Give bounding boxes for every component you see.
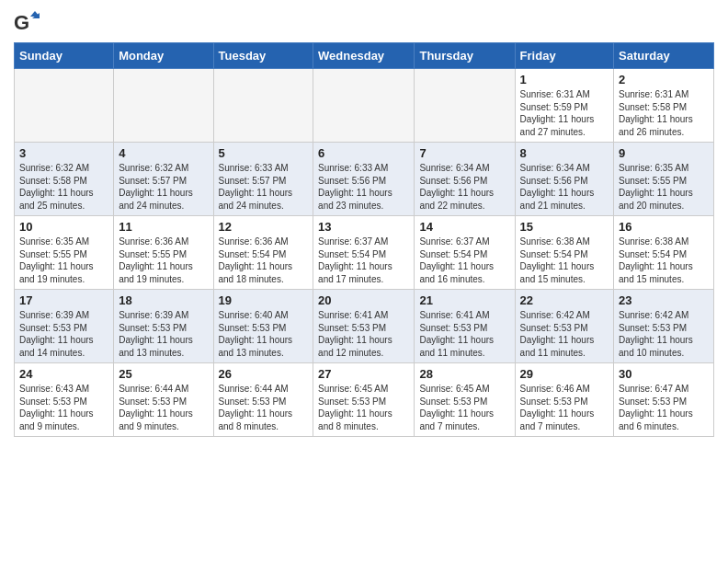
- weekday-header-wednesday: Wednesday: [313, 43, 415, 69]
- day-detail: Sunrise: 6:35 AM Sunset: 5:55 PM Dayligh…: [619, 162, 709, 212]
- header: G: [14, 9, 714, 35]
- calendar-cell: 3Sunrise: 6:32 AM Sunset: 5:58 PM Daylig…: [15, 143, 114, 216]
- calendar-cell: 20Sunrise: 6:41 AM Sunset: 5:53 PM Dayli…: [313, 290, 415, 363]
- day-detail: Sunrise: 6:33 AM Sunset: 5:57 PM Dayligh…: [219, 162, 309, 212]
- calendar: SundayMondayTuesdayWednesdayThursdayFrid…: [14, 42, 714, 437]
- calendar-cell: 11Sunrise: 6:36 AM Sunset: 5:55 PM Dayli…: [114, 216, 213, 290]
- day-number: 8: [520, 146, 609, 160]
- calendar-cell: 10Sunrise: 6:35 AM Sunset: 5:55 PM Dayli…: [15, 216, 114, 290]
- day-number: 30: [619, 367, 709, 381]
- calendar-cell: [313, 69, 415, 143]
- weekday-row: SundayMondayTuesdayWednesdayThursdayFrid…: [15, 43, 714, 69]
- day-detail: Sunrise: 6:39 AM Sunset: 5:53 PM Dayligh…: [19, 309, 108, 359]
- day-detail: Sunrise: 6:33 AM Sunset: 5:56 PM Dayligh…: [318, 162, 409, 212]
- calendar-week-1: 3Sunrise: 6:32 AM Sunset: 5:58 PM Daylig…: [15, 143, 714, 216]
- calendar-cell: 25Sunrise: 6:44 AM Sunset: 5:53 PM Dayli…: [114, 363, 213, 437]
- day-number: 16: [619, 220, 709, 234]
- day-number: 12: [219, 220, 309, 234]
- calendar-cell: 19Sunrise: 6:40 AM Sunset: 5:53 PM Dayli…: [213, 290, 313, 363]
- day-detail: Sunrise: 6:41 AM Sunset: 5:53 PM Dayligh…: [419, 309, 509, 359]
- day-detail: Sunrise: 6:31 AM Sunset: 5:59 PM Dayligh…: [520, 88, 609, 138]
- calendar-cell: 7Sunrise: 6:34 AM Sunset: 5:56 PM Daylig…: [415, 143, 515, 216]
- day-detail: Sunrise: 6:32 AM Sunset: 5:57 PM Dayligh…: [119, 162, 208, 212]
- page: G SundayMondayTuesdayWednesdayThursdayFr…: [0, 0, 728, 451]
- day-number: 20: [318, 293, 409, 307]
- day-detail: Sunrise: 6:34 AM Sunset: 5:56 PM Dayligh…: [520, 162, 609, 212]
- calendar-week-2: 10Sunrise: 6:35 AM Sunset: 5:55 PM Dayli…: [15, 216, 714, 290]
- calendar-cell: 30Sunrise: 6:47 AM Sunset: 5:53 PM Dayli…: [614, 363, 714, 437]
- calendar-cell: 26Sunrise: 6:44 AM Sunset: 5:53 PM Dayli…: [213, 363, 313, 437]
- day-number: 18: [119, 293, 208, 307]
- calendar-cell: 27Sunrise: 6:45 AM Sunset: 5:53 PM Dayli…: [313, 363, 415, 437]
- day-number: 9: [619, 146, 709, 160]
- day-detail: Sunrise: 6:45 AM Sunset: 5:53 PM Dayligh…: [419, 383, 509, 432]
- calendar-cell: 14Sunrise: 6:37 AM Sunset: 5:54 PM Dayli…: [415, 216, 515, 290]
- calendar-cell: [114, 69, 213, 143]
- calendar-cell: 2Sunrise: 6:31 AM Sunset: 5:58 PM Daylig…: [614, 69, 714, 143]
- calendar-cell: 23Sunrise: 6:42 AM Sunset: 5:53 PM Dayli…: [614, 290, 714, 363]
- day-detail: Sunrise: 6:36 AM Sunset: 5:55 PM Dayligh…: [119, 236, 208, 285]
- weekday-header-friday: Friday: [515, 43, 613, 69]
- day-number: 4: [119, 146, 208, 160]
- calendar-cell: 5Sunrise: 6:33 AM Sunset: 5:57 PM Daylig…: [213, 143, 313, 216]
- day-number: 1: [520, 73, 609, 86]
- weekday-header-sunday: Sunday: [15, 43, 114, 69]
- day-detail: Sunrise: 6:38 AM Sunset: 5:54 PM Dayligh…: [619, 236, 709, 285]
- day-number: 10: [19, 220, 108, 234]
- calendar-cell: 12Sunrise: 6:36 AM Sunset: 5:54 PM Dayli…: [213, 216, 313, 290]
- day-detail: Sunrise: 6:38 AM Sunset: 5:54 PM Dayligh…: [520, 236, 609, 285]
- day-number: 2: [619, 73, 709, 86]
- calendar-body: 1Sunrise: 6:31 AM Sunset: 5:59 PM Daylig…: [15, 69, 714, 437]
- day-detail: Sunrise: 6:42 AM Sunset: 5:53 PM Dayligh…: [619, 309, 709, 359]
- day-number: 13: [318, 220, 409, 234]
- logo-icon: G: [14, 9, 40, 35]
- calendar-cell: 15Sunrise: 6:38 AM Sunset: 5:54 PM Dayli…: [515, 216, 613, 290]
- day-number: 5: [219, 146, 309, 160]
- day-number: 19: [219, 293, 309, 307]
- day-detail: Sunrise: 6:37 AM Sunset: 5:54 PM Dayligh…: [318, 236, 409, 285]
- day-detail: Sunrise: 6:45 AM Sunset: 5:53 PM Dayligh…: [318, 383, 409, 432]
- day-number: 21: [419, 293, 509, 307]
- day-detail: Sunrise: 6:43 AM Sunset: 5:53 PM Dayligh…: [19, 383, 108, 432]
- day-number: 11: [119, 220, 208, 234]
- day-detail: Sunrise: 6:47 AM Sunset: 5:53 PM Dayligh…: [619, 383, 709, 432]
- calendar-cell: 13Sunrise: 6:37 AM Sunset: 5:54 PM Dayli…: [313, 216, 415, 290]
- day-number: 14: [419, 220, 509, 234]
- day-detail: Sunrise: 6:37 AM Sunset: 5:54 PM Dayligh…: [419, 236, 509, 285]
- calendar-cell: 9Sunrise: 6:35 AM Sunset: 5:55 PM Daylig…: [614, 143, 714, 216]
- day-number: 24: [19, 367, 108, 381]
- day-detail: Sunrise: 6:39 AM Sunset: 5:53 PM Dayligh…: [119, 309, 208, 359]
- day-detail: Sunrise: 6:35 AM Sunset: 5:55 PM Dayligh…: [19, 236, 108, 285]
- day-detail: Sunrise: 6:41 AM Sunset: 5:53 PM Dayligh…: [318, 309, 409, 359]
- day-number: 22: [520, 293, 609, 307]
- calendar-cell: 1Sunrise: 6:31 AM Sunset: 5:59 PM Daylig…: [515, 69, 613, 143]
- day-detail: Sunrise: 6:44 AM Sunset: 5:53 PM Dayligh…: [119, 383, 208, 432]
- day-detail: Sunrise: 6:34 AM Sunset: 5:56 PM Dayligh…: [419, 162, 509, 212]
- weekday-header-saturday: Saturday: [614, 43, 714, 69]
- day-number: 26: [219, 367, 309, 381]
- day-number: 17: [19, 293, 108, 307]
- calendar-week-0: 1Sunrise: 6:31 AM Sunset: 5:59 PM Daylig…: [15, 69, 714, 143]
- day-detail: Sunrise: 6:44 AM Sunset: 5:53 PM Dayligh…: [219, 383, 309, 432]
- calendar-week-4: 24Sunrise: 6:43 AM Sunset: 5:53 PM Dayli…: [15, 363, 714, 437]
- logo: G: [14, 9, 43, 35]
- calendar-cell: [213, 69, 313, 143]
- calendar-cell: 6Sunrise: 6:33 AM Sunset: 5:56 PM Daylig…: [313, 143, 415, 216]
- day-detail: Sunrise: 6:32 AM Sunset: 5:58 PM Dayligh…: [19, 162, 108, 212]
- calendar-cell: 29Sunrise: 6:46 AM Sunset: 5:53 PM Dayli…: [515, 363, 613, 437]
- calendar-cell: [415, 69, 515, 143]
- calendar-cell: 24Sunrise: 6:43 AM Sunset: 5:53 PM Dayli…: [15, 363, 114, 437]
- day-number: 3: [19, 146, 108, 160]
- calendar-week-3: 17Sunrise: 6:39 AM Sunset: 5:53 PM Dayli…: [15, 290, 714, 363]
- day-number: 7: [419, 146, 509, 160]
- day-number: 23: [619, 293, 709, 307]
- calendar-cell: 22Sunrise: 6:42 AM Sunset: 5:53 PM Dayli…: [515, 290, 613, 363]
- day-number: 28: [419, 367, 509, 381]
- calendar-cell: 4Sunrise: 6:32 AM Sunset: 5:57 PM Daylig…: [114, 143, 213, 216]
- calendar-cell: 16Sunrise: 6:38 AM Sunset: 5:54 PM Dayli…: [614, 216, 714, 290]
- weekday-header-tuesday: Tuesday: [213, 43, 313, 69]
- calendar-cell: [15, 69, 114, 143]
- calendar-cell: 17Sunrise: 6:39 AM Sunset: 5:53 PM Dayli…: [15, 290, 114, 363]
- calendar-cell: 21Sunrise: 6:41 AM Sunset: 5:53 PM Dayli…: [415, 290, 515, 363]
- day-detail: Sunrise: 6:36 AM Sunset: 5:54 PM Dayligh…: [219, 236, 309, 285]
